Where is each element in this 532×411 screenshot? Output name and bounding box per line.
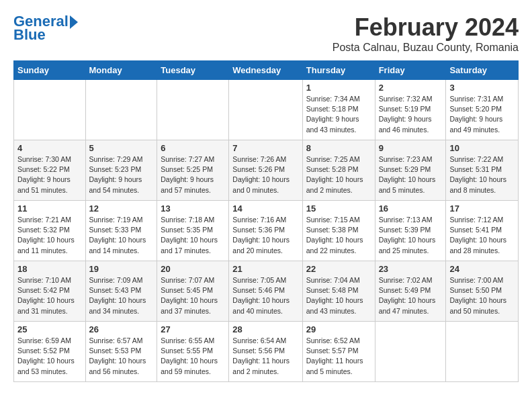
calendar-cell	[446, 322, 519, 382]
calendar-week-row: 4Sunrise: 7:30 AMSunset: 5:22 PMDaylight…	[14, 140, 519, 201]
calendar-cell: 24Sunrise: 7:00 AMSunset: 5:50 PMDayligh…	[446, 261, 519, 322]
day-number: 25	[17, 324, 82, 334]
day-number: 2	[379, 83, 443, 93]
calendar-cell: 20Sunrise: 7:07 AMSunset: 5:45 PMDayligh…	[157, 261, 229, 322]
day-info: Sunrise: 7:25 AMSunset: 5:28 PMDaylight:…	[306, 154, 371, 195]
weekday-header-tuesday: Tuesday	[157, 61, 229, 80]
calendar-body: 1Sunrise: 7:34 AMSunset: 5:18 PMDaylight…	[14, 80, 519, 382]
weekday-header-thursday: Thursday	[302, 61, 375, 80]
day-number: 28	[232, 324, 298, 334]
calendar-cell: 16Sunrise: 7:13 AMSunset: 5:39 PMDayligh…	[375, 201, 446, 261]
logo: General Blue	[13, 13, 78, 43]
day-number: 26	[89, 324, 154, 334]
day-number: 22	[306, 264, 371, 274]
day-info: Sunrise: 7:18 AMSunset: 5:35 PMDaylight:…	[161, 215, 225, 256]
day-number: 27	[161, 324, 225, 334]
calendar-cell	[85, 80, 157, 140]
calendar-cell: 8Sunrise: 7:25 AMSunset: 5:28 PMDaylight…	[302, 140, 375, 201]
day-number: 1	[306, 83, 371, 93]
calendar-cell	[375, 322, 446, 382]
calendar-cell: 19Sunrise: 7:09 AMSunset: 5:43 PMDayligh…	[85, 261, 157, 322]
calendar-cell: 27Sunrise: 6:55 AMSunset: 5:55 PMDayligh…	[157, 322, 229, 382]
day-info: Sunrise: 7:09 AMSunset: 5:43 PMDaylight:…	[89, 275, 154, 316]
day-info: Sunrise: 7:22 AMSunset: 5:31 PMDaylight:…	[449, 154, 515, 195]
day-number: 21	[232, 264, 298, 274]
day-number: 24	[449, 264, 515, 274]
calendar-week-row: 25Sunrise: 6:59 AMSunset: 5:52 PMDayligh…	[14, 322, 519, 382]
day-info: Sunrise: 6:59 AMSunset: 5:52 PMDaylight:…	[17, 336, 82, 377]
calendar-cell: 21Sunrise: 7:05 AMSunset: 5:46 PMDayligh…	[229, 261, 302, 322]
calendar-cell: 4Sunrise: 7:30 AMSunset: 5:22 PMDaylight…	[14, 140, 86, 201]
day-info: Sunrise: 6:57 AMSunset: 5:53 PMDaylight:…	[89, 336, 154, 377]
day-number: 14	[232, 203, 298, 214]
calendar-cell: 9Sunrise: 7:23 AMSunset: 5:29 PMDaylight…	[375, 140, 446, 201]
calendar-cell: 12Sunrise: 7:19 AMSunset: 5:33 PMDayligh…	[85, 201, 157, 261]
day-number: 13	[161, 203, 225, 214]
day-number: 17	[449, 203, 515, 214]
page-header: General Blue February 2024 Posta Calnau,…	[13, 13, 519, 54]
weekday-header-saturday: Saturday	[446, 61, 519, 80]
day-info: Sunrise: 7:05 AMSunset: 5:46 PMDaylight:…	[232, 275, 298, 316]
calendar-cell: 10Sunrise: 7:22 AMSunset: 5:31 PMDayligh…	[446, 140, 519, 201]
month-year-title: February 2024	[332, 13, 519, 42]
day-info: Sunrise: 7:16 AMSunset: 5:36 PMDaylight:…	[232, 215, 298, 256]
weekday-header-monday: Monday	[85, 61, 157, 80]
calendar-cell: 15Sunrise: 7:15 AMSunset: 5:38 PMDayligh…	[302, 201, 375, 261]
day-number: 10	[449, 143, 515, 153]
day-info: Sunrise: 7:34 AMSunset: 5:18 PMDaylight:…	[306, 94, 371, 135]
day-number: 19	[89, 264, 154, 274]
day-number: 7	[232, 143, 298, 153]
calendar-cell: 25Sunrise: 6:59 AMSunset: 5:52 PMDayligh…	[14, 322, 86, 382]
day-info: Sunrise: 7:00 AMSunset: 5:50 PMDaylight:…	[449, 275, 515, 316]
calendar-cell: 22Sunrise: 7:04 AMSunset: 5:48 PMDayligh…	[302, 261, 375, 322]
calendar-cell: 1Sunrise: 7:34 AMSunset: 5:18 PMDaylight…	[302, 80, 375, 140]
weekday-header-sunday: Sunday	[14, 61, 86, 80]
calendar-week-row: 1Sunrise: 7:34 AMSunset: 5:18 PMDaylight…	[14, 80, 519, 140]
day-number: 12	[89, 203, 154, 214]
day-number: 29	[306, 324, 371, 334]
day-info: Sunrise: 7:32 AMSunset: 5:19 PMDaylight:…	[379, 94, 443, 135]
calendar-cell: 23Sunrise: 7:02 AMSunset: 5:49 PMDayligh…	[375, 261, 446, 322]
calendar-cell: 3Sunrise: 7:31 AMSunset: 5:20 PMDaylight…	[446, 80, 519, 140]
calendar-cell: 26Sunrise: 6:57 AMSunset: 5:53 PMDayligh…	[85, 322, 157, 382]
calendar-cell: 29Sunrise: 6:52 AMSunset: 5:57 PMDayligh…	[302, 322, 375, 382]
logo-arrow-icon	[70, 15, 78, 29]
calendar-cell: 14Sunrise: 7:16 AMSunset: 5:36 PMDayligh…	[229, 201, 302, 261]
calendar-week-row: 18Sunrise: 7:10 AMSunset: 5:42 PMDayligh…	[14, 261, 519, 322]
day-info: Sunrise: 7:19 AMSunset: 5:33 PMDaylight:…	[89, 215, 154, 256]
weekday-header-friday: Friday	[375, 61, 446, 80]
day-info: Sunrise: 7:10 AMSunset: 5:42 PMDaylight:…	[17, 275, 82, 316]
day-info: Sunrise: 7:21 AMSunset: 5:32 PMDaylight:…	[17, 215, 82, 256]
calendar-cell	[157, 80, 229, 140]
day-info: Sunrise: 6:52 AMSunset: 5:57 PMDaylight:…	[306, 336, 371, 377]
day-info: Sunrise: 7:26 AMSunset: 5:26 PMDaylight:…	[232, 154, 298, 195]
calendar-cell	[14, 80, 86, 140]
weekday-header-row: SundayMondayTuesdayWednesdayThursdayFrid…	[14, 61, 519, 80]
day-info: Sunrise: 7:30 AMSunset: 5:22 PMDaylight:…	[17, 154, 82, 195]
day-info: Sunrise: 7:13 AMSunset: 5:39 PMDaylight:…	[379, 215, 443, 256]
calendar-cell: 13Sunrise: 7:18 AMSunset: 5:35 PMDayligh…	[157, 201, 229, 261]
day-info: Sunrise: 7:27 AMSunset: 5:25 PMDaylight:…	[161, 154, 225, 195]
day-number: 6	[161, 143, 225, 153]
day-info: Sunrise: 7:07 AMSunset: 5:45 PMDaylight:…	[161, 275, 225, 316]
calendar-cell: 18Sunrise: 7:10 AMSunset: 5:42 PMDayligh…	[14, 261, 86, 322]
day-info: Sunrise: 7:29 AMSunset: 5:23 PMDaylight:…	[89, 154, 154, 195]
day-info: Sunrise: 7:15 AMSunset: 5:38 PMDaylight:…	[306, 215, 371, 256]
title-block: February 2024 Posta Calnau, Buzau County…	[332, 13, 519, 54]
day-number: 4	[17, 143, 82, 153]
calendar-header: SundayMondayTuesdayWednesdayThursdayFrid…	[14, 61, 519, 80]
day-info: Sunrise: 7:04 AMSunset: 5:48 PMDaylight:…	[306, 275, 371, 316]
day-number: 16	[379, 203, 443, 214]
calendar-cell: 17Sunrise: 7:12 AMSunset: 5:41 PMDayligh…	[446, 201, 519, 261]
logo-blue-text: Blue	[13, 27, 46, 43]
day-number: 9	[379, 143, 443, 153]
day-info: Sunrise: 7:02 AMSunset: 5:49 PMDaylight:…	[379, 275, 443, 316]
location-subtitle: Posta Calnau, Buzau County, Romania	[332, 42, 519, 54]
day-number: 18	[17, 264, 82, 274]
calendar-cell: 6Sunrise: 7:27 AMSunset: 5:25 PMDaylight…	[157, 140, 229, 201]
calendar-week-row: 11Sunrise: 7:21 AMSunset: 5:32 PMDayligh…	[14, 201, 519, 261]
day-number: 23	[379, 264, 443, 274]
calendar-cell: 11Sunrise: 7:21 AMSunset: 5:32 PMDayligh…	[14, 201, 86, 261]
calendar-cell: 5Sunrise: 7:29 AMSunset: 5:23 PMDaylight…	[85, 140, 157, 201]
day-info: Sunrise: 6:54 AMSunset: 5:56 PMDaylight:…	[232, 336, 298, 377]
